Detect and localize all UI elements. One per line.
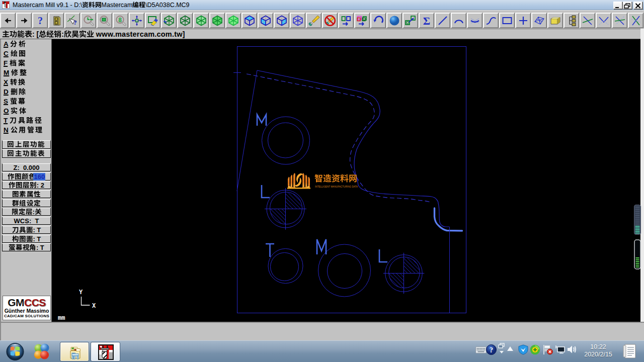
svg-text:Σ: Σ bbox=[423, 15, 430, 27]
svg-text:X: X bbox=[92, 303, 96, 310]
svg-text:?: ? bbox=[73, 19, 77, 26]
svg-text:Y: Y bbox=[79, 289, 83, 296]
svg-text:8: 8 bbox=[118, 16, 122, 23]
svg-text:mm: mm bbox=[58, 315, 65, 322]
svg-text:INTELLIGENT MANUFACTURING DATA: INTELLIGENT MANUFACTURING DATA bbox=[315, 186, 358, 188]
svg-text:?: ? bbox=[38, 15, 43, 26]
svg-text:?: ? bbox=[490, 346, 493, 354]
